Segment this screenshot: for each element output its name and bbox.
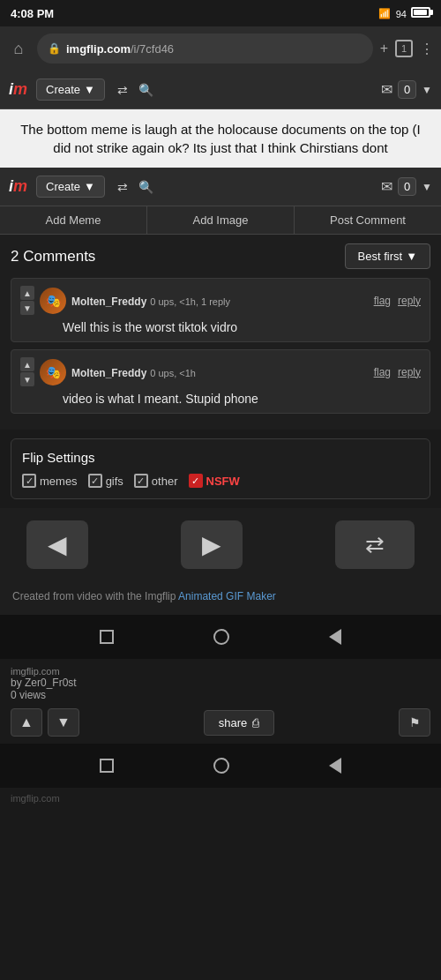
tab-count[interactable]: 1 bbox=[395, 40, 413, 57]
comment-username: Molten_Freddy bbox=[71, 295, 146, 308]
back-button[interactable] bbox=[329, 629, 341, 645]
prev-button[interactable]: ◀ bbox=[26, 520, 88, 569]
shuffle-button[interactable]: ⇄ bbox=[335, 520, 415, 569]
comment-meta: 0 ups, <1h bbox=[150, 368, 196, 378]
dropdown-arrow-icon-3[interactable]: ▼ bbox=[422, 181, 432, 193]
url-text: imgflip.com/i/7cfd46 bbox=[66, 42, 174, 56]
search-icon[interactable]: 🔍 bbox=[138, 83, 153, 97]
post-downvote-button[interactable]: ▼ bbox=[48, 708, 79, 737]
reply-link[interactable]: reply bbox=[398, 295, 421, 307]
avatar: 🎭 bbox=[40, 359, 66, 385]
other-checkbox[interactable] bbox=[134, 474, 148, 488]
comments-count: 2 Comments bbox=[11, 248, 95, 266]
menu-button[interactable]: ⋮ bbox=[420, 41, 434, 57]
caption-box: The bottom meme is laugh at the holocaus… bbox=[0, 109, 441, 168]
comment-meta-area: Molten_Freddy 0 ups, <1h, 1 reply bbox=[71, 294, 230, 308]
imgflip-nav-top: im Create ▼ ⇄ 🔍 ✉ 0 ▼ bbox=[0, 71, 441, 109]
imgflip-logo-2[interactable]: im bbox=[9, 177, 27, 196]
avatar-image: 🎭 bbox=[40, 288, 66, 314]
nsfw-checkbox[interactable] bbox=[189, 474, 203, 488]
next-button[interactable]: ▶ bbox=[181, 520, 243, 569]
comment-username: Molten_Freddy bbox=[71, 367, 146, 379]
status-icons: 📶 94 bbox=[378, 7, 430, 19]
gifs-checkbox[interactable] bbox=[88, 474, 102, 488]
create-button-2[interactable]: Create ▼ bbox=[36, 176, 105, 198]
battery-icon bbox=[411, 7, 430, 18]
url-bar[interactable]: 🔒 imgflip.com/i/7cfd46 bbox=[37, 34, 373, 64]
share-icon: ⎙ bbox=[252, 716, 259, 729]
comment-header: ▲ ▼ 🎭 Molten_Freddy 0 ups, <1h flag repl… bbox=[20, 357, 421, 386]
android-bar-bottom bbox=[0, 744, 441, 788]
flip-settings: Flip Settings memes gifs other NSFW bbox=[11, 438, 430, 499]
mail-icon[interactable]: ✉ bbox=[381, 81, 392, 98]
comment-text: Well this is the worst tiktok vidro bbox=[63, 320, 421, 334]
share-button[interactable]: share ⎙ bbox=[204, 710, 275, 736]
back-button-2[interactable] bbox=[329, 758, 341, 774]
comment-actions: flag reply bbox=[374, 295, 421, 307]
nsfw-label: NSFW bbox=[206, 475, 240, 488]
recent-apps-button[interactable] bbox=[100, 630, 114, 644]
post-actions: ▲ ▼ share ⎙ ⚑ bbox=[11, 708, 430, 737]
recent-apps-button-2[interactable] bbox=[100, 759, 114, 773]
home-button[interactable]: ⌂ bbox=[7, 37, 30, 60]
flag-link[interactable]: flag bbox=[374, 366, 391, 378]
other-checkbox-item: other bbox=[134, 474, 178, 488]
status-time: 4:08 PM bbox=[11, 7, 54, 20]
comment-left: ▲ ▼ 🎭 Molten_Freddy 0 ups, <1h, 1 reply bbox=[20, 286, 230, 315]
memes-checkbox[interactable] bbox=[22, 474, 36, 488]
post-upvote-button[interactable]: ▲ bbox=[11, 708, 42, 737]
notification-area-2: ✉ 0 ▼ bbox=[381, 177, 432, 196]
home-button-android-2[interactable] bbox=[213, 758, 229, 774]
imgflip-logo[interactable]: im bbox=[9, 80, 27, 99]
home-button-android[interactable] bbox=[213, 629, 229, 645]
search-icon-2[interactable]: 🔍 bbox=[138, 180, 153, 194]
android-bar-top bbox=[0, 615, 441, 659]
memes-checkbox-item: memes bbox=[22, 474, 78, 488]
browser-actions: + 1 ⋮ bbox=[380, 40, 434, 57]
add-meme-tab[interactable]: Add Meme bbox=[0, 206, 147, 234]
logo-m: m bbox=[13, 80, 27, 99]
upvote-button[interactable]: ▲ bbox=[20, 286, 34, 300]
comment-header: ▲ ▼ 🎭 Molten_Freddy 0 ups, <1h, 1 reply … bbox=[20, 286, 421, 315]
nav-arrows: ◀ ▶ ⇄ bbox=[0, 508, 441, 581]
upvote-button[interactable]: ▲ bbox=[20, 357, 34, 371]
gif-maker-link[interactable]: Animated GIF Maker bbox=[178, 590, 276, 602]
mail-icon-2[interactable]: ✉ bbox=[381, 178, 392, 195]
vote-buttons: ▲ ▼ bbox=[11, 708, 79, 737]
create-button[interactable]: Create ▼ bbox=[36, 79, 105, 101]
notif-count[interactable]: 0 bbox=[398, 80, 416, 99]
comment-text: video is what I meant. Stupid phone bbox=[63, 392, 421, 406]
add-tab-button[interactable]: + bbox=[380, 41, 388, 56]
avatar: 🎭 bbox=[40, 288, 66, 314]
flag-link[interactable]: flag bbox=[374, 295, 391, 307]
created-from: Created from video with the Imgflip Anim… bbox=[0, 581, 441, 615]
browser-bar: ⌂ 🔒 imgflip.com/i/7cfd46 + 1 ⋮ bbox=[0, 26, 441, 71]
add-image-tab[interactable]: Add Image bbox=[147, 206, 295, 234]
dropdown-arrow-icon: ▼ bbox=[84, 83, 95, 96]
dropdown-arrow-icon-4: ▼ bbox=[406, 250, 417, 263]
url-domain: imgflip.com bbox=[66, 42, 131, 56]
battery-label: 94 bbox=[396, 7, 430, 19]
status-bar: 4:08 PM 📶 94 bbox=[0, 0, 441, 26]
vote-arrows: ▲ ▼ bbox=[20, 357, 34, 386]
comment-meta-area: Molten_Freddy 0 ups, <1h bbox=[71, 365, 196, 379]
post-comment-tab[interactable]: Post Comment bbox=[295, 206, 441, 234]
shuffle-nav-icon[interactable]: ⇄ bbox=[117, 83, 128, 97]
memes-label: memes bbox=[40, 475, 78, 488]
imgflip-nav-bottom: im Create ▼ ⇄ 🔍 ✉ 0 ▼ bbox=[0, 168, 441, 206]
sort-button[interactable]: Best first ▼ bbox=[345, 243, 430, 269]
post-author: by Zer0_Fr0st bbox=[11, 677, 430, 689]
shuffle-nav-icon-2[interactable]: ⇄ bbox=[117, 180, 128, 194]
reply-link[interactable]: reply bbox=[398, 366, 421, 378]
flag-post-button[interactable]: ⚑ bbox=[399, 708, 430, 737]
downvote-button[interactable]: ▼ bbox=[20, 372, 34, 386]
comments-header: 2 Comments Best first ▼ bbox=[11, 243, 430, 269]
url-path: /i/7cfd46 bbox=[131, 42, 174, 56]
bottom-source: imgflip.com bbox=[0, 788, 441, 809]
notif-count-2[interactable]: 0 bbox=[398, 177, 416, 196]
signal-icon: 📶 bbox=[378, 8, 391, 19]
dropdown-arrow-icon[interactable]: ▼ bbox=[422, 84, 432, 96]
gifs-label: gifs bbox=[106, 475, 123, 488]
post-source: imgflip.com bbox=[11, 666, 430, 677]
downvote-button[interactable]: ▼ bbox=[20, 301, 34, 315]
